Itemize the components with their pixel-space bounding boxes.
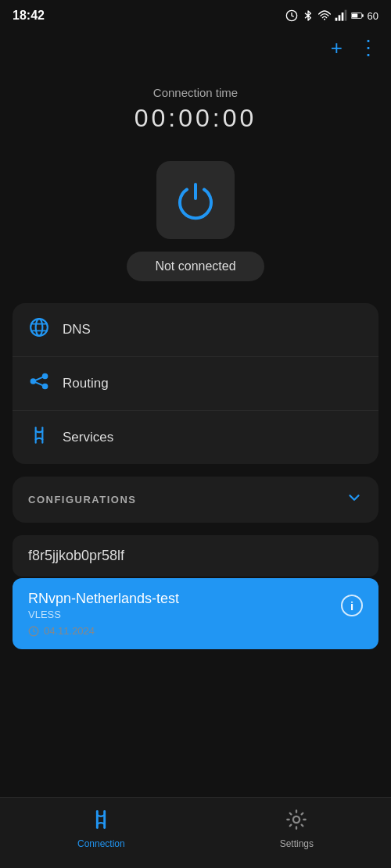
settings-nav-label: Settings xyxy=(280,838,314,849)
svg-line-17 xyxy=(35,382,43,385)
configurations-label: CONFIGURATIONS xyxy=(28,494,136,505)
svg-rect-5 xyxy=(344,10,346,21)
svg-point-14 xyxy=(43,374,47,378)
nav-item-settings[interactable]: Settings xyxy=(261,805,332,852)
connection-time-value: 00:00:00 xyxy=(13,104,378,133)
settings-nav-icon xyxy=(285,809,307,835)
battery-icon xyxy=(351,9,364,22)
configurations-header[interactable]: CONFIGURATIONS xyxy=(13,477,378,523)
config-item-2-date-text: 04.11.2024 xyxy=(44,625,95,637)
dns-label: DNS xyxy=(63,322,91,338)
wifi-icon xyxy=(318,9,331,22)
config-item-2-row: RNvpn-Netherlands-test VLESS i xyxy=(28,591,363,620)
svg-point-9 xyxy=(30,319,48,336)
status-time: 18:42 xyxy=(13,9,45,23)
svg-point-1 xyxy=(324,19,325,20)
routing-menu-item[interactable]: Routing xyxy=(13,357,378,411)
power-button-container xyxy=(13,161,378,239)
connection-time-section: Connection time 00:00:00 xyxy=(13,67,378,145)
svg-point-15 xyxy=(43,384,47,388)
routing-icon xyxy=(28,371,50,396)
svg-line-16 xyxy=(35,377,43,380)
add-button[interactable]: + xyxy=(328,34,346,61)
main-content: Connection time 00:00:00 Not connected D… xyxy=(0,67,391,721)
status-badge-container: Not connected xyxy=(13,252,378,281)
power-icon xyxy=(174,178,217,222)
config-item-2[interactable]: RNvpn-Netherlands-test VLESS i 04.11.202… xyxy=(13,578,378,649)
bluetooth-icon xyxy=(302,9,314,22)
battery-level: 60 xyxy=(368,10,378,22)
services-menu-item[interactable]: Services xyxy=(13,411,378,464)
config-item-2-info-col: RNvpn-Netherlands-test VLESS xyxy=(28,591,179,620)
dns-icon xyxy=(28,317,50,342)
more-button[interactable]: ⋮ xyxy=(355,34,382,61)
clock-small-icon xyxy=(28,626,39,637)
services-icon xyxy=(28,425,50,450)
config-item-2-date: 04.11.2024 xyxy=(28,625,363,637)
status-icons: 60 xyxy=(285,9,378,22)
bottom-nav: Connection Settings xyxy=(0,797,391,868)
status-badge: Not connected xyxy=(127,252,264,281)
menu-card: DNS Routing xyxy=(13,303,378,464)
nav-item-connection[interactable]: Connection xyxy=(59,805,144,852)
svg-point-19 xyxy=(293,816,300,823)
config-item-1-name: f8r5jjkob0pr58lf xyxy=(28,548,363,564)
svg-rect-4 xyxy=(341,13,343,21)
svg-rect-7 xyxy=(362,14,364,16)
clock-icon xyxy=(285,9,298,22)
config-item-2-type: VLESS xyxy=(28,609,179,620)
svg-rect-8 xyxy=(351,13,357,17)
services-label: Services xyxy=(63,430,113,445)
signal-icon xyxy=(335,9,347,22)
svg-rect-3 xyxy=(338,15,340,20)
routing-label: Routing xyxy=(63,376,109,391)
svg-point-13 xyxy=(31,379,35,383)
svg-point-10 xyxy=(36,319,43,336)
configurations-card: CONFIGURATIONS xyxy=(13,477,378,523)
svg-rect-2 xyxy=(335,18,337,21)
connection-nav-icon xyxy=(90,809,112,835)
bottom-spacer xyxy=(13,651,378,721)
connection-time-label: Connection time xyxy=(13,86,378,99)
config-list: f8r5jjkob0pr58lf RNvpn-Netherlands-test … xyxy=(13,535,378,649)
config-item-2-info-button[interactable]: i xyxy=(341,595,363,616)
app-bar: + ⋮ xyxy=(0,31,391,67)
power-button[interactable] xyxy=(156,161,235,239)
connection-nav-label: Connection xyxy=(77,838,125,849)
status-bar: 18:42 60 xyxy=(0,0,391,31)
dns-menu-item[interactable]: DNS xyxy=(13,303,378,357)
chevron-down-icon xyxy=(346,489,363,510)
config-item-2-name: RNvpn-Netherlands-test xyxy=(28,591,179,607)
config-item-1[interactable]: f8r5jjkob0pr58lf xyxy=(13,535,378,577)
